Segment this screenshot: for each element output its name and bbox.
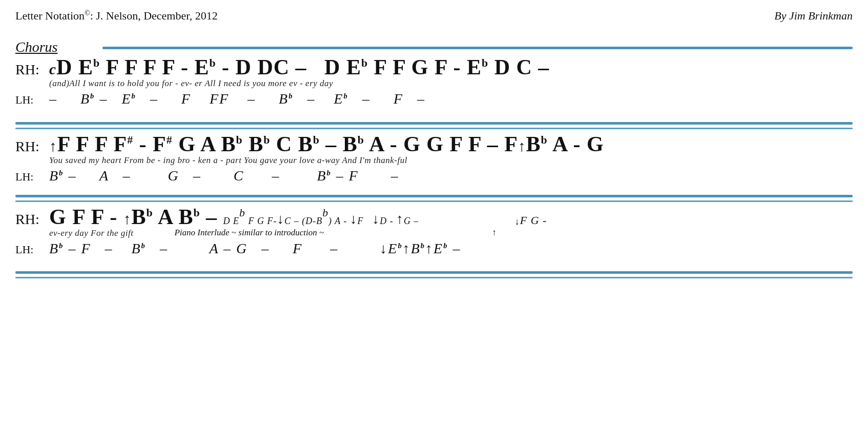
lh-label-1: LH:: [15, 93, 46, 107]
rh-notes-1: cD Eb F F F F - Eb - D DC – D Eb F F G F…: [49, 56, 549, 78]
rh-row-1: RH: cD Eb F F F F - Eb - D DC – D Eb F F…: [15, 56, 853, 78]
blue-line-sep1b: [15, 128, 853, 129]
author-info: : J. Nelson, December, 2012: [90, 9, 218, 22]
rh-label-3: RH:: [15, 212, 46, 228]
lh-row-1: LH: – Bb – Eb – F FF – Bb – Eb – F –: [15, 90, 853, 108]
lh-row-2: LH: Bb – A – G – C – Bb – F –: [15, 167, 853, 185]
music-block-3: RH: G F F - ↑Bb A Bb – D Eb F G F-↓C – (…: [15, 206, 853, 257]
lyrics-row-2: You saved my heart From be - ing bro - k…: [15, 155, 853, 166]
header-blue-line: [102, 47, 853, 49]
blue-line-sep2b: [15, 200, 853, 202]
rh-notes-2: ↑F F F F# - F# G A Bb Bb C Bb – Bb A - G…: [49, 133, 604, 155]
lyrics-row-3b: Piano Interlude ~ similar to introductio…: [174, 228, 324, 239]
blue-line-final-thin: [15, 277, 853, 278]
author-name: Jim Brinkman: [789, 9, 853, 22]
lyrics-row-1: (and)All I want is to hold you for - ev-…: [15, 78, 853, 89]
lh-notes-3: Bb – F – Bb – A – G – F – ↓Eb↑Bb↑Eb –: [49, 240, 461, 257]
header-blue-line-wrap: [102, 44, 853, 52]
lyrics-row-3-wrap: ev-ery day For the gift Piano Interlude …: [15, 228, 853, 239]
page-header: Letter Notation©: J. Nelson, December, 2…: [15, 9, 853, 23]
header-right: By Jim Brinkman: [774, 9, 853, 23]
lh-notes-1: – Bb – Eb – F FF – Bb – Eb – F –: [49, 90, 425, 108]
section-title-wrap: Chorus: [15, 39, 102, 56]
rh-notes-3: G F F - ↑Bb A Bb – D Eb F G F-↓C – (D-Bb…: [49, 206, 547, 228]
copyright-symbol: ©: [85, 9, 90, 17]
rh-row-2: RH: ↑F F F F# - F# G A Bb Bb C Bb – Bb A…: [15, 133, 853, 155]
blue-line-sep1: [15, 122, 853, 125]
gap1: [15, 32, 853, 39]
lyrics-row-3a: ev-ery day For the gift: [49, 228, 133, 239]
chorus-header-row: Chorus: [15, 39, 853, 56]
notation-label: Letter Notation: [15, 9, 85, 22]
gap2: [15, 112, 853, 119]
by-prefix: By: [774, 9, 789, 22]
header-left: Letter Notation©: J. Nelson, December, 2…: [15, 9, 218, 23]
rh-row-3: RH: G F F - ↑Bb A Bb – D Eb F G F-↓C – (…: [15, 206, 853, 228]
blue-line-sep2: [15, 195, 853, 197]
rh-label-2: RH:: [15, 139, 46, 155]
rh-label-1: RH:: [15, 62, 46, 78]
music-block-1: RH: cD Eb F F F F - Eb - D DC – D Eb F F…: [15, 56, 853, 108]
blue-line-final: [15, 271, 853, 274]
lyrics-row-3c: ↑: [385, 228, 497, 239]
lh-label-3: LH:: [15, 243, 46, 256]
lh-notes-2: Bb – A – G – C – Bb – F –: [49, 167, 399, 185]
gap4: [15, 189, 853, 192]
lh-row-3: LH: Bb – F – Bb – A – G – F – ↓Eb↑Bb↑Eb …: [15, 240, 853, 257]
music-block-2: RH: ↑F F F F# - F# G A Bb Bb C Bb – Bb A…: [15, 133, 853, 185]
lh-label-2: LH:: [15, 170, 46, 184]
section-title: Chorus: [15, 39, 57, 55]
gap6: [15, 261, 853, 268]
